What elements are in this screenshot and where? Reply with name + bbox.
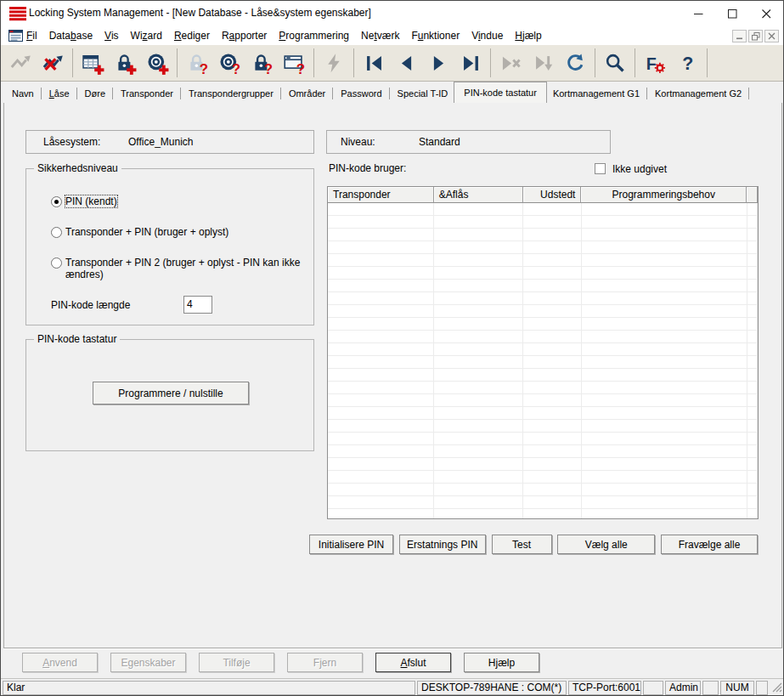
level-box: Niveau: Standard <box>326 130 611 154</box>
table-row <box>328 433 758 445</box>
toolbar-prev-record-icon[interactable] <box>390 47 422 79</box>
radio-button[interactable] <box>51 196 62 207</box>
maximize-button[interactable] <box>715 1 749 26</box>
toolbar-program-flash-icon[interactable] <box>318 47 350 79</box>
table-row <box>328 280 758 292</box>
toolbar-next-record-icon[interactable] <box>422 47 454 79</box>
frav-lge-alle-button[interactable]: Fravælge alle <box>661 535 758 554</box>
menu-item-programmering[interactable]: Programmering <box>273 26 355 45</box>
egenskaber-button[interactable]: Egenskaber <box>110 653 186 672</box>
title-bar: Locking System Management - [New Databas… <box>1 1 783 26</box>
status-panel-klar: Klar <box>3 681 415 695</box>
column-header-afl-s[interactable]: &Aflås <box>434 187 523 203</box>
toolbar-first-record-icon[interactable] <box>358 47 390 79</box>
program-reset-button[interactable]: Programmere / nulstille <box>93 382 249 405</box>
toolbar-read-known-lock-icon[interactable]: ? <box>245 47 278 79</box>
column-header-transponder[interactable]: Transponder <box>328 187 434 203</box>
test-button[interactable]: Test <box>492 535 552 554</box>
menu-item-database[interactable]: Database <box>43 26 99 45</box>
tab-transpondergrupper[interactable]: Transpondergrupper <box>181 85 281 103</box>
toolbar-read-transponder-icon[interactable]: ? <box>213 47 245 79</box>
toolbar-read-network-icon[interactable]: ? <box>278 47 310 79</box>
tab-page: Låsesystem: Office_Munich Niveau: Standa… <box>3 103 782 648</box>
toolbar-read-lock-icon[interactable]: ? <box>181 47 213 79</box>
not-issued-checkbox[interactable] <box>595 163 606 174</box>
radio-button[interactable] <box>51 227 62 238</box>
toolbar-separator <box>177 48 178 77</box>
column-header-blank[interactable] <box>747 187 758 203</box>
radio-button[interactable] <box>51 257 62 269</box>
resize-grip[interactable] <box>771 682 782 695</box>
status-panel-num: NUM <box>720 681 754 695</box>
column-header-udstedt[interactable]: Udstedt <box>523 187 582 203</box>
toolbar-help-icon[interactable]: ? <box>671 47 703 79</box>
menu-item-funktioner[interactable]: Funktioner <box>405 26 465 45</box>
close-button[interactable] <box>749 1 783 26</box>
toolbar-refresh-icon[interactable] <box>559 47 591 79</box>
menu-item-netv-rk[interactable]: Netværk <box>355 26 405 45</box>
column-header-programmeringsbehov[interactable]: Programmeringsbehov <box>581 187 747 203</box>
anvend-button[interactable]: Anvend <box>22 653 98 672</box>
pin-length-input[interactable]: 4 <box>183 296 212 314</box>
locking-system-box: Låsesystem: Office_Munich <box>25 130 314 154</box>
menu-item-rediger[interactable]: Rediger <box>168 26 216 45</box>
tab-l-se[interactable]: Låse <box>42 85 77 103</box>
toolbar-connect-icon[interactable] <box>4 47 37 79</box>
toolbar-cancel-record-icon[interactable] <box>494 47 527 79</box>
fjern-button[interactable]: Fjern <box>287 653 363 672</box>
menu-item-rapporter[interactable]: Rapporter <box>216 26 273 45</box>
table-row <box>328 318 758 331</box>
menu-item-vis[interactable]: Vis <box>99 26 124 45</box>
table-row <box>328 254 758 267</box>
table-body <box>328 203 758 519</box>
minimize-button[interactable] <box>681 1 715 26</box>
tab-omr-der[interactable]: Områder <box>281 85 333 103</box>
toolbar-filter-settings-icon[interactable]: F <box>639 47 671 79</box>
toolbar-search-icon[interactable] <box>599 47 631 79</box>
menu-item-fil[interactable]: Fil <box>20 26 43 45</box>
radio-option-1[interactable]: PIN (kendt) <box>51 196 117 207</box>
toolbar-new-transponder-icon[interactable] <box>141 47 173 79</box>
menu-item-wizard[interactable]: Wizard <box>125 26 168 45</box>
mdi-minimize-button[interactable] <box>732 30 747 42</box>
toolbar-new-lock-icon[interactable] <box>109 47 141 79</box>
v-lg-alle-button[interactable]: Vælg alle <box>557 535 655 554</box>
initialisere-pin-button[interactable]: Initialisere PIN <box>309 535 393 554</box>
afslut-button[interactable]: Afslut <box>375 653 451 672</box>
radio-option-3[interactable]: Transponder + PIN 2 (bruger + oplyst - P… <box>51 257 312 280</box>
status-panel-blank-5 <box>702 681 719 695</box>
status-panel-desktop-789hane-com: DESKTOP-789HANE : COM(*) <box>417 681 567 695</box>
window-title: Locking System Management - [New Databas… <box>29 1 371 25</box>
toolbar-separator <box>595 48 595 77</box>
tab-navn[interactable]: Navn <box>4 85 42 103</box>
toolbar-separator <box>707 48 708 77</box>
table-row <box>328 229 758 241</box>
toolbar-separator <box>313 48 314 77</box>
toolbar-new-locking-system-icon[interactable] <box>76 47 109 79</box>
tab-kortmanagement-g2[interactable]: Kortmanagement G2 <box>647 85 749 103</box>
erstatnings-pin-button[interactable]: Erstatnings PIN <box>399 535 486 554</box>
toolbar: ????F? <box>1 45 783 82</box>
level-value: Standard <box>419 131 460 153</box>
tab-special-t-id[interactable]: Special T-ID <box>390 85 456 103</box>
tab-pin-kode-tastatur[interactable]: PIN-kode tastatur <box>454 82 547 103</box>
toolbar-disconnect-icon[interactable] <box>37 47 69 79</box>
tab-transponder[interactable]: Transponder <box>113 85 181 103</box>
svg-text:?: ? <box>682 54 693 74</box>
tab-kortmanagement-g1[interactable]: Kortmanagement G1 <box>545 85 647 103</box>
table-row <box>328 216 758 229</box>
mdi-restore-button[interactable] <box>748 30 763 42</box>
tab-password[interactable]: Password <box>333 85 389 103</box>
mdi-close-button[interactable] <box>764 30 779 42</box>
menu-item-vindue[interactable]: Vindue <box>465 26 509 45</box>
menu-item-hj-lp[interactable]: Hjælp <box>509 26 547 45</box>
tab-d-re[interactable]: Døre <box>77 85 113 103</box>
table-row <box>328 241 758 254</box>
tilf-je-button[interactable]: Tilføje <box>199 653 274 672</box>
hj-lp-button[interactable]: Hjælp <box>464 653 539 672</box>
radio-option-2[interactable]: Transponder + PIN (bruger + oplyst) <box>51 227 228 238</box>
toolbar-goto-end-icon[interactable] <box>527 47 559 79</box>
security-level-group: Sikkerhedsniveau PIN (kendt)Transponder … <box>25 168 314 325</box>
toolbar-last-record-icon[interactable] <box>454 47 487 79</box>
toolbar-separator <box>72 48 73 77</box>
